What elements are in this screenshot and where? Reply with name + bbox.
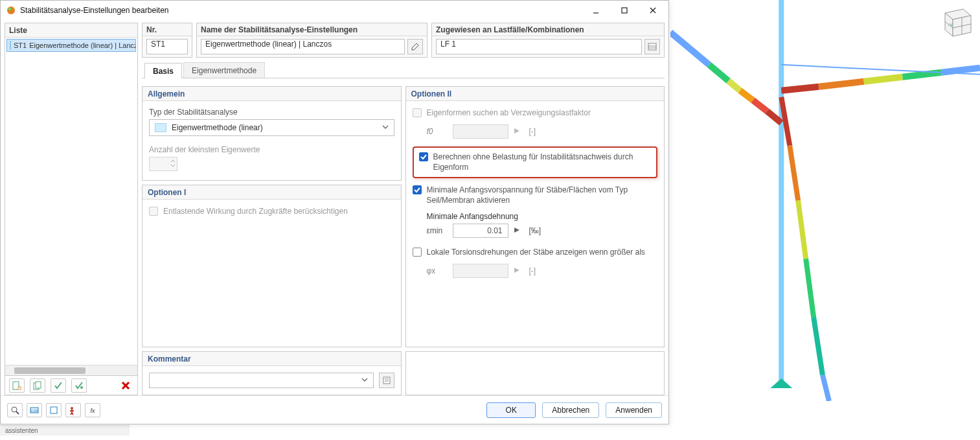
phix-symbol: φx xyxy=(427,266,448,275)
entlastende-checkbox xyxy=(149,207,158,216)
tab-basis[interactable]: Basis xyxy=(144,63,182,78)
name-panel: Name der Stabilitätsanalyse-Einstellunge… xyxy=(196,23,427,58)
svg-line-8 xyxy=(781,87,819,91)
play-icon xyxy=(514,266,520,275)
tab-eigenwertmethode[interactable]: Eigenwertmethode xyxy=(183,62,265,78)
svg-line-17 xyxy=(814,317,823,375)
svg-point-28 xyxy=(8,8,11,10)
svg-point-37 xyxy=(80,386,83,389)
view-cube-gizmo[interactable]: -Y xyxy=(933,5,976,43)
svg-line-18 xyxy=(823,375,829,401)
window-maximize-button[interactable] xyxy=(610,1,639,19)
svg-marker-1 xyxy=(770,378,792,388)
optionen1-group: Optionen I Entlastende Wirkung durch Zug… xyxy=(142,185,402,347)
window-minimize-button[interactable] xyxy=(582,1,610,19)
empty-panel xyxy=(405,351,665,395)
dialog-button-row: 0,00 fx OK Abbrechen Anwenden xyxy=(1,395,668,424)
svg-line-5 xyxy=(740,91,753,100)
svg-line-12 xyxy=(941,68,980,73)
dialog-titlebar: Stabilitätsanalyse-Einstellungen bearbei… xyxy=(1,1,668,20)
calc-checkbox[interactable] xyxy=(419,152,428,161)
svg-line-15 xyxy=(798,201,806,259)
list-item-code: ST1 xyxy=(14,41,27,49)
minpre-checkbox[interactable] xyxy=(413,185,422,194)
figure-button[interactable] xyxy=(65,403,81,417)
cancel-button[interactable]: Abbrechen xyxy=(542,402,599,418)
calc-checkbox-row[interactable]: Berechnen ohne Belastung für Instabilitä… xyxy=(419,152,652,172)
assign-input[interactable]: LF 1 xyxy=(436,39,642,54)
assign-panel: Zugewiesen an Lastfälle/Kombinationen LF… xyxy=(431,23,665,58)
allgemein-group: Allgemein Typ der Stabilitätsanalyse Eig… xyxy=(142,86,402,181)
play-icon[interactable] xyxy=(514,226,520,235)
svg-rect-40 xyxy=(648,43,656,50)
type-label: Typ der Stabilitätsanalyse xyxy=(149,108,394,117)
name-input[interactable]: Eigenwertmethode (linear) | Lanczos xyxy=(201,39,405,54)
check-button-2[interactable] xyxy=(71,378,87,393)
emin-value: 0.01 xyxy=(487,226,502,235)
nr-panel: Nr. ST1 xyxy=(142,23,192,58)
numbers-button[interactable]: 0,00 xyxy=(27,403,42,417)
check-button-1[interactable] xyxy=(51,378,66,393)
svg-marker-43 xyxy=(514,128,519,133)
torsion-label: Lokale Torsionsdrehungen der Stäbe anzei… xyxy=(427,247,645,257)
svg-rect-34 xyxy=(18,387,21,390)
f0-spinner xyxy=(453,124,508,139)
emin-spinner[interactable]: 0.01 xyxy=(453,224,508,238)
chevron-down-icon xyxy=(361,376,368,385)
svg-marker-44 xyxy=(514,227,519,233)
svg-line-3 xyxy=(709,65,729,81)
minpre-label: Minimale Anfangsvorspannung für Stäbe/Fl… xyxy=(427,185,658,205)
structural-model-viewport[interactable] xyxy=(670,0,980,401)
list-item-swatch xyxy=(10,41,11,50)
ok-button[interactable]: OK xyxy=(486,402,536,418)
assign-select-button[interactable] xyxy=(644,39,660,54)
kommentar-header: Kommentar xyxy=(142,352,401,366)
type-value: Eigenwertmethode (linear) xyxy=(172,123,263,132)
play-icon xyxy=(514,127,520,136)
delete-button[interactable] xyxy=(118,378,133,393)
type-swatch xyxy=(155,123,166,132)
svg-point-49 xyxy=(12,407,17,412)
f0-symbol: f0 xyxy=(427,127,448,136)
torsion-checkbox[interactable] xyxy=(413,248,422,257)
fx-button[interactable]: fx xyxy=(85,403,100,417)
svg-rect-46 xyxy=(383,377,390,384)
list-panel: Liste ST1 Eigenwertmethode (linear) | La… xyxy=(5,23,138,376)
name-edit-button[interactable] xyxy=(407,39,423,54)
assign-header: Zugewiesen an Lastfälle/Kombinationen xyxy=(432,23,664,36)
dialog-title: Stabilitätsanalyse-Einstellungen bearbei… xyxy=(20,6,582,15)
svg-line-50 xyxy=(16,411,19,414)
svg-text:fx: fx xyxy=(90,408,95,414)
svg-rect-30 xyxy=(622,8,627,13)
nr-input[interactable]: ST1 xyxy=(146,39,188,54)
torsion-checkbox-row[interactable]: Lokale Torsionsdrehungen der Stäbe anzei… xyxy=(413,247,658,257)
kommentar-combobox[interactable] xyxy=(149,373,374,388)
svg-line-14 xyxy=(790,146,798,201)
new-button[interactable] xyxy=(9,378,25,393)
svg-line-16 xyxy=(806,259,814,317)
svg-line-10 xyxy=(864,77,903,82)
apply-button[interactable]: Anwenden xyxy=(606,402,662,418)
kommentar-edit-button[interactable] xyxy=(379,373,394,388)
window-close-button[interactable] xyxy=(639,1,667,19)
list-horizontal-scrollbar[interactable] xyxy=(5,365,137,375)
entlastende-label: Entlastende Wirkung durch Zugkräfte berü… xyxy=(163,206,348,216)
help-magnifier-button[interactable] xyxy=(7,403,23,417)
type-select[interactable]: Eigenwertmethode (linear) xyxy=(149,119,394,136)
svg-marker-45 xyxy=(514,268,519,273)
minpre-checkbox-row[interactable]: Minimale Anfangsvorspannung für Stäbe/Fl… xyxy=(413,185,658,205)
svg-text:0,00: 0,00 xyxy=(30,409,38,413)
svg-rect-36 xyxy=(36,382,41,388)
f0-unit: [-] xyxy=(529,127,536,136)
emin-symbol: εmin xyxy=(427,226,448,235)
list-toolbar xyxy=(5,376,138,395)
square-button[interactable] xyxy=(46,403,62,417)
svg-line-9 xyxy=(819,82,864,87)
optionen2-header: Optionen II xyxy=(406,87,665,101)
count-spinner[interactable] xyxy=(149,157,177,171)
copy-button[interactable] xyxy=(30,378,45,393)
svg-rect-53 xyxy=(51,407,57,413)
chevron-down-icon xyxy=(382,123,389,132)
list-item[interactable]: ST1 Eigenwertmethode (linear) | Lancz xyxy=(6,39,136,52)
min-dehn-label: Minimale Anfangsdehnung xyxy=(427,212,658,221)
